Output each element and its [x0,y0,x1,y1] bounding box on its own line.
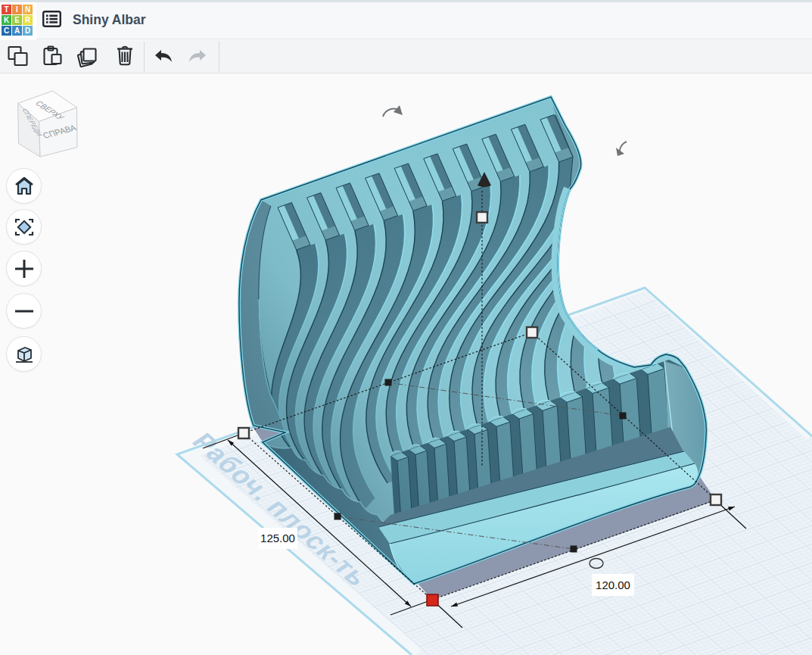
svg-text:120.00: 120.00 [596,579,630,591]
svg-text:125.00: 125.00 [260,532,295,544]
